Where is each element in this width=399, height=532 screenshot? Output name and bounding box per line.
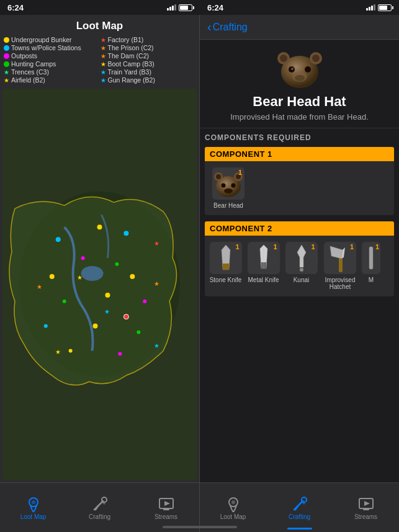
legend-item: ★ Gun Range (B2) xyxy=(101,76,196,84)
metal-knife-image: 1 xyxy=(248,242,280,274)
stone-knife-image: 1 xyxy=(210,242,242,274)
right-status-time: 6:24 xyxy=(207,3,223,12)
tab-streams-left-label: Streams xyxy=(155,513,177,520)
component-2-label: COMPONENT 2 xyxy=(205,221,394,236)
svg-text:★: ★ xyxy=(154,240,159,247)
component-item-stone-knife: 1 Stone Knife xyxy=(208,242,243,290)
factory-star-icon: ★ xyxy=(101,37,106,43)
nav-header: ‹ Crafting xyxy=(200,15,399,40)
legend-item: ★ The Dam (C2) xyxy=(101,52,196,60)
component-block-2: COMPONENT 2 1 Stone Knife xyxy=(205,221,394,296)
svg-point-46 xyxy=(300,268,303,272)
svg-point-10 xyxy=(63,299,66,303)
unknown-count: 1 xyxy=(375,243,379,250)
tab-streams-left[interactable]: Streams xyxy=(133,483,199,532)
component-1-items: 1 Bear Head xyxy=(205,161,394,215)
svg-point-7 xyxy=(115,262,119,266)
svg-point-3 xyxy=(97,224,102,229)
svg-point-30 xyxy=(312,55,320,62)
streams-right-icon xyxy=(358,496,374,512)
svg-point-35 xyxy=(292,72,307,82)
svg-point-5 xyxy=(123,231,128,236)
trainyard-star-icon: ★ xyxy=(101,69,106,76)
bear-head-image: 1 xyxy=(212,167,244,200)
svg-point-41 xyxy=(222,184,226,188)
item-preview-image xyxy=(275,48,325,89)
component-item-kunai: 1 Kunai xyxy=(284,242,318,290)
svg-text:★: ★ xyxy=(77,274,83,281)
bear-head-label: Bear Head xyxy=(213,202,243,209)
hatchet-count: 1 xyxy=(350,243,354,250)
right-pane: ‹ Crafting xyxy=(200,15,399,482)
svg-point-57 xyxy=(231,500,235,504)
hatchet-label: Improvised Hatchet xyxy=(322,277,358,290)
svg-point-50 xyxy=(32,500,35,504)
svg-point-17 xyxy=(118,352,122,356)
back-button[interactable]: ‹ Crafting xyxy=(207,20,248,34)
components-header: COMPONENTS REQUIRED xyxy=(205,133,394,142)
svg-text:★: ★ xyxy=(104,308,110,315)
legend-item: ★ Trences (C3) xyxy=(4,68,99,76)
tab-bar: Loot Map Crafting Streams xyxy=(0,482,399,532)
svg-point-8 xyxy=(50,274,55,279)
bootcamp-star-icon: ★ xyxy=(101,61,106,68)
svg-line-53 xyxy=(96,506,98,510)
svg-point-39 xyxy=(216,174,221,179)
left-status-time: 6:24 xyxy=(7,3,24,12)
kunai-image: 1 xyxy=(285,242,318,274)
kunai-label: Kunai xyxy=(294,277,310,283)
left-signal-icon xyxy=(167,4,176,11)
tab-crafting-left[interactable]: Crafting xyxy=(66,483,133,532)
tab-loot-map-left[interactable]: Loot Map xyxy=(0,483,66,532)
item-name: Bear Head Hat xyxy=(253,94,346,110)
component-2-items: 1 Stone Knife 1 xyxy=(205,236,394,296)
left-tab-group: Loot Map Crafting Streams xyxy=(0,483,200,532)
crafting-right-icon xyxy=(292,496,308,512)
map-area[interactable]: ★ ★ ★ ★ ★ ★ ★ xyxy=(2,89,197,480)
gunrange-star-icon: ★ xyxy=(101,77,106,84)
item-header: Bear Head Hat Improvised Hat made from B… xyxy=(200,40,399,128)
right-signal-icon xyxy=(366,4,375,11)
svg-point-14 xyxy=(93,324,98,329)
svg-point-43 xyxy=(224,188,233,193)
loot-map-left-icon xyxy=(25,496,42,512)
stone-knife-count: 1 xyxy=(235,243,239,250)
legend-item: ★ The Prison (C2) xyxy=(101,44,196,51)
metal-knife-label: Metal Knife xyxy=(248,277,279,283)
svg-point-25 xyxy=(123,314,128,319)
left-battery-icon xyxy=(179,4,192,11)
tab-loot-map-right[interactable]: Loot Map xyxy=(200,483,266,532)
svg-point-16 xyxy=(69,349,73,353)
svg-point-42 xyxy=(231,184,236,188)
component-block-1: COMPONENT 1 xyxy=(205,147,394,215)
svg-line-60 xyxy=(295,506,298,510)
component-item-bear-head: 1 Bear Head xyxy=(210,167,247,209)
svg-text:★: ★ xyxy=(154,280,159,287)
legend-item: ★ Train Yard (B3) xyxy=(101,68,196,76)
svg-point-52 xyxy=(102,497,107,502)
loot-map-right-icon xyxy=(225,496,241,512)
unknown-label: M xyxy=(369,277,374,283)
hatchet-image: 1 xyxy=(324,242,356,274)
tab-streams-right-label: Streams xyxy=(354,513,377,520)
svg-text:★: ★ xyxy=(37,283,42,290)
kunai-count: 1 xyxy=(311,243,315,250)
back-chevron-icon: ‹ xyxy=(207,20,212,34)
svg-text:★: ★ xyxy=(154,342,159,349)
svg-point-33 xyxy=(291,68,294,70)
component-item-hatchet: 1 Improvised Hatchet xyxy=(322,242,358,290)
dam-star-icon: ★ xyxy=(101,53,106,60)
svg-point-12 xyxy=(143,299,146,303)
svg-point-4 xyxy=(56,237,61,242)
crafting-left-icon xyxy=(92,496,108,512)
tab-crafting-right[interactable]: Crafting xyxy=(266,483,333,532)
tab-loot-map-left-label: Loot Map xyxy=(20,513,47,520)
towns-icon xyxy=(4,45,9,51)
unknown-image: 1 xyxy=(362,242,380,274)
tab-streams-right[interactable]: Streams xyxy=(333,483,399,532)
svg-text:★: ★ xyxy=(55,348,61,355)
svg-point-9 xyxy=(130,274,135,279)
airfield-star-icon: ★ xyxy=(4,77,9,84)
tab-crafting-left-label: Crafting xyxy=(89,513,110,520)
svg-point-2 xyxy=(81,266,104,281)
